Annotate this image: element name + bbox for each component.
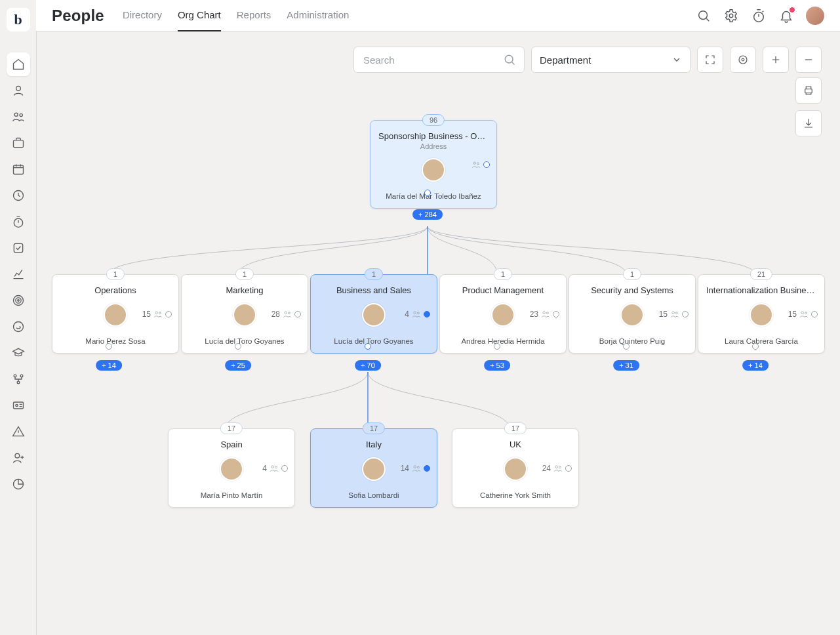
- node-dept: Internationalization Business St…: [704, 285, 819, 295]
- search-icon[interactable]: [696, 8, 711, 24]
- org-node[interactable]: 1 Operations 15 Mario Perez Sosa: [52, 274, 179, 354]
- user-avatar[interactable]: [806, 7, 824, 25]
- svg-point-27: [477, 162, 479, 164]
- org-node[interactable]: 1 Marketing 28 Lucía del Toro Goyanes: [181, 274, 308, 354]
- settings-icon[interactable]: [723, 8, 739, 24]
- chart-icon[interactable]: [7, 262, 30, 286]
- svg-point-10: [17, 300, 19, 302]
- tab-org-chart[interactable]: Org Chart: [178, 0, 221, 31]
- tab-reports[interactable]: Reports: [237, 0, 271, 31]
- svg-point-33: [417, 312, 419, 314]
- node-badge: 96: [422, 114, 445, 126]
- node-bullet: [483, 161, 490, 168]
- page-title: People: [52, 7, 104, 25]
- svg-point-8: [13, 296, 23, 306]
- expand-pill[interactable]: + 70: [355, 360, 381, 371]
- svg-rect-7: [14, 243, 22, 252]
- connector-knot: [365, 343, 371, 350]
- stopwatch-icon[interactable]: [751, 8, 767, 24]
- node-avatar: [104, 303, 127, 327]
- expand-pill[interactable]: + 14: [742, 360, 769, 371]
- expand-pill-root[interactable]: + 284: [412, 209, 443, 220]
- svg-point-9: [15, 298, 20, 303]
- svg-point-17: [15, 453, 20, 458]
- target-icon[interactable]: [7, 289, 30, 312]
- timer-icon[interactable]: [7, 210, 30, 234]
- app-logo[interactable]: b: [7, 8, 30, 31]
- id-icon[interactable]: [7, 394, 30, 417]
- left-rail: b: [0, 0, 37, 635]
- node-headcount: 15: [659, 310, 689, 319]
- svg-point-37: [675, 312, 677, 314]
- graduation-icon[interactable]: [7, 341, 30, 365]
- tab-administration[interactable]: Administration: [287, 0, 349, 31]
- node-headcount: 14: [401, 464, 430, 473]
- svg-point-19: [699, 10, 708, 19]
- org-node[interactable]: 17 UK 24 Catherine York Smith: [452, 428, 579, 508]
- org-node[interactable]: 1 Security and Systems 15 Borja Quintero…: [569, 274, 696, 354]
- svg-point-13: [20, 375, 23, 377]
- node-avatar: [362, 457, 386, 481]
- calendar-icon[interactable]: [7, 157, 30, 181]
- briefcase-icon[interactable]: [7, 131, 30, 155]
- bell-icon[interactable]: [778, 8, 794, 24]
- expand-pill[interactable]: + 53: [484, 360, 510, 371]
- node-badge: 1: [106, 268, 125, 280]
- svg-point-34: [543, 311, 546, 314]
- tab-directory[interactable]: Directory: [123, 0, 162, 31]
- profile-icon[interactable]: [7, 79, 30, 102]
- org-node-selected[interactable]: 17 Italy 14 Sofia Lombardi: [310, 428, 437, 508]
- node-headcount: 28: [271, 310, 301, 319]
- svg-point-40: [271, 465, 274, 468]
- svg-point-30: [285, 311, 287, 314]
- node-name: Catherine York Smith: [458, 491, 573, 499]
- node-headcount: 23: [530, 310, 559, 319]
- org-node-selected[interactable]: 1 Business and Sales 4 Lucía del Toro Go…: [310, 274, 437, 354]
- connector-knot: [623, 343, 630, 350]
- user-plus-icon[interactable]: [7, 446, 30, 470]
- svg-point-0: [16, 86, 20, 91]
- org-node[interactable]: 21 Internationalization Business St… 15 …: [698, 274, 825, 354]
- svg-point-38: [801, 311, 804, 314]
- node-badge: 1: [623, 268, 641, 280]
- connector-knot: [752, 343, 759, 350]
- svg-point-36: [672, 311, 675, 314]
- org-chart-canvas[interactable]: 96 Sponsorship Business - Operati… Addre…: [36, 31, 840, 635]
- home-icon[interactable]: [7, 52, 30, 76]
- svg-point-45: [559, 466, 561, 468]
- node-avatar: [362, 303, 386, 327]
- node-badge: 21: [750, 268, 772, 280]
- org-node-root[interactable]: 96 Sponsorship Business - Operati… Addre…: [370, 120, 497, 209]
- pie-icon[interactable]: [7, 472, 30, 496]
- node-headcount: [471, 160, 490, 169]
- node-avatar: [620, 303, 644, 327]
- checkbox-icon[interactable]: [7, 236, 30, 260]
- org-node[interactable]: 17 Spain 4 María Pinto Martín: [168, 428, 295, 508]
- expand-pill[interactable]: + 25: [225, 360, 251, 371]
- svg-point-41: [275, 466, 277, 468]
- node-avatar: [750, 303, 773, 327]
- expand-pill[interactable]: + 14: [96, 360, 122, 371]
- node-dept: Product Management: [445, 285, 561, 295]
- support-icon[interactable]: [7, 315, 30, 338]
- node-dept: Marketing: [187, 285, 302, 295]
- people-icon[interactable]: [7, 105, 30, 129]
- node-name: Lucía del Toro Goyanes: [187, 337, 302, 345]
- svg-point-28: [155, 311, 158, 314]
- node-name: Borja Quintero Puig: [574, 337, 690, 345]
- org-node[interactable]: 1 Product Management 23 Andrea Heredia H…: [439, 274, 567, 354]
- node-dept: Spain: [174, 440, 289, 449]
- notification-dot: [789, 7, 795, 13]
- clock-icon[interactable]: [7, 184, 30, 207]
- node-headcount: 4: [405, 310, 430, 319]
- branch-icon[interactable]: [7, 367, 30, 391]
- warning-icon[interactable]: [7, 420, 30, 443]
- node-headcount: 4: [262, 464, 288, 473]
- svg-point-31: [288, 312, 290, 314]
- node-name: Lucía del Toro Goyanes: [316, 337, 431, 345]
- expand-pill[interactable]: + 31: [613, 360, 639, 371]
- connector-knot: [424, 190, 431, 196]
- svg-point-11: [13, 322, 23, 332]
- node-avatar: [220, 457, 243, 481]
- node-badge: 17: [504, 422, 527, 434]
